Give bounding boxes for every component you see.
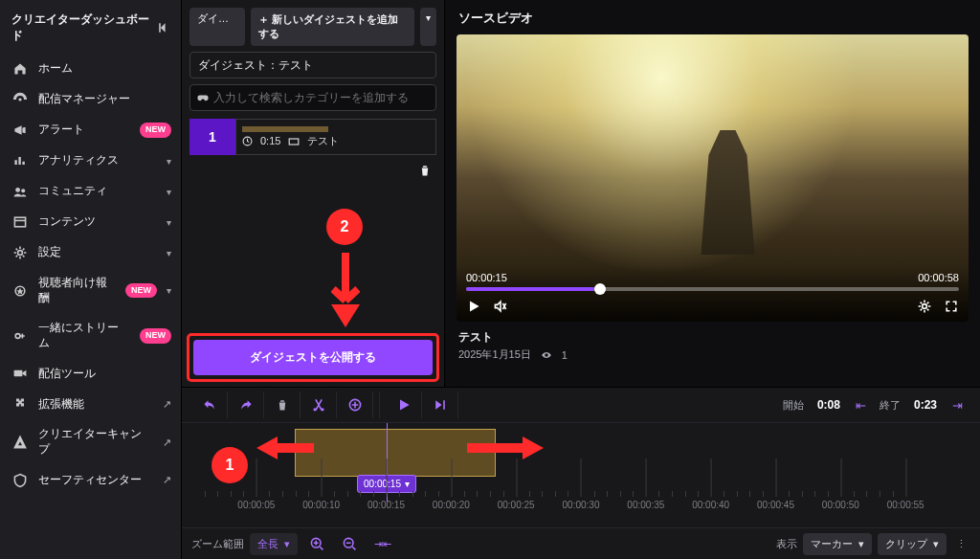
svg-rect-9 bbox=[290, 139, 300, 145]
external-icon: ↗ bbox=[163, 473, 171, 486]
start-value: 0:08 bbox=[810, 398, 848, 412]
sidebar-item-megaphone[interactable]: アラートNEW bbox=[0, 115, 181, 145]
sidebar-item-label: コンテンツ bbox=[38, 214, 157, 230]
sidebar-item-broadcast[interactable]: 配信マネージャー bbox=[0, 84, 181, 115]
seek-knob[interactable] bbox=[594, 283, 606, 295]
timeline-footer: ズーム範囲 全長 ▾ ⇥⇤ 表示 マーカー▾ クリップ▾ ⋮ bbox=[182, 527, 980, 559]
community-icon bbox=[11, 184, 29, 199]
sidebar-item-label: コミュニティ bbox=[38, 184, 157, 199]
delete-button[interactable] bbox=[264, 391, 301, 418]
home-icon bbox=[11, 61, 29, 77]
play-icon[interactable] bbox=[466, 299, 481, 314]
clip-thumb-bar bbox=[242, 126, 328, 132]
sidebar-item-reward[interactable]: 視聴者向け報酬NEW▾ bbox=[0, 268, 181, 313]
zoom-out-button[interactable] bbox=[336, 532, 363, 555]
sidebar-header: クリエイターダッシュボード bbox=[0, 4, 181, 54]
clip-body: 0:15 テスト bbox=[235, 119, 436, 155]
volume-icon[interactable] bbox=[493, 299, 508, 314]
digest-title-input[interactable] bbox=[189, 52, 436, 78]
clip-duration: 0:15 bbox=[260, 135, 280, 146]
svg-point-4 bbox=[18, 251, 23, 256]
svg-point-2 bbox=[21, 189, 25, 192]
snap-start-icon[interactable]: ⇤ bbox=[848, 398, 874, 413]
skip-forward-button[interactable] bbox=[422, 391, 458, 418]
collapse-sidebar-icon[interactable] bbox=[156, 20, 171, 35]
video-views: 1 bbox=[562, 349, 568, 361]
reward-icon bbox=[11, 283, 29, 299]
settings-icon[interactable] bbox=[917, 299, 932, 314]
sidebar-item-gear[interactable]: 設定▾ bbox=[0, 237, 181, 268]
play-timeline-button[interactable] bbox=[386, 391, 422, 418]
svg-point-0 bbox=[18, 98, 21, 101]
more-icon[interactable]: ⋮ bbox=[952, 538, 970, 550]
sidebar-item-label: ホーム bbox=[38, 61, 171, 77]
svg-point-1 bbox=[15, 188, 20, 192]
shield-icon bbox=[11, 473, 29, 488]
chevron-down-icon: ▾ bbox=[933, 538, 939, 550]
video-date: 2025年1月15日 bbox=[458, 347, 531, 362]
digest-panel: ダイジェ… ＋ 新しいダイジェストを追加する ▾ 1 bbox=[182, 0, 445, 387]
snap-end-icon[interactable]: ⇥ bbox=[945, 398, 970, 413]
sidebar-item-community[interactable]: コミュニティ▾ bbox=[0, 176, 181, 207]
annotation-arrow-left bbox=[256, 435, 314, 461]
zoom-range-dropdown[interactable]: 全長 ▾ bbox=[250, 533, 298, 555]
sidebar-item-together[interactable]: 一緒にストリームNEW bbox=[0, 313, 181, 358]
svg-point-10 bbox=[923, 304, 927, 309]
timeline-toolbar: 開始 0:08 ⇤ 終了 0:23 ⇥ bbox=[182, 388, 980, 423]
add-digest-caret[interactable]: ▾ bbox=[420, 8, 436, 46]
sidebar-item-content[interactable]: コンテンツ▾ bbox=[0, 207, 181, 237]
sidebar-item-camera[interactable]: 配信ツール bbox=[0, 358, 181, 389]
analytics-icon bbox=[11, 153, 29, 168]
clip-meta: 0:15 テスト bbox=[242, 134, 430, 148]
seek-track[interactable] bbox=[466, 287, 959, 291]
sidebar-item-label: 設定 bbox=[38, 245, 157, 260]
chevron-down-icon: ▾ bbox=[167, 216, 171, 229]
category-search-box bbox=[189, 84, 436, 111]
end-value: 0:23 bbox=[906, 398, 945, 412]
clip-row[interactable]: 1 0:15 テスト bbox=[189, 119, 436, 155]
external-icon: ↗ bbox=[163, 436, 171, 449]
fit-button[interactable]: ⇥⇤ bbox=[368, 534, 397, 554]
digest-tabs: ダイジェ… ＋ 新しいダイジェストを追加する ▾ bbox=[189, 8, 436, 46]
new-badge: NEW bbox=[125, 283, 157, 299]
eye-icon bbox=[541, 348, 552, 361]
sidebar-item-shield[interactable]: セーフティセンター↗ bbox=[0, 465, 181, 496]
add-digest-button[interactable]: ＋ 新しいダイジェストを追加する bbox=[251, 8, 414, 46]
zoom-value: 全長 bbox=[257, 537, 278, 551]
video-player[interactable]: 00:00:15 00:00:58 bbox=[457, 34, 969, 322]
sidebar-item-home[interactable]: ホーム bbox=[0, 54, 181, 84]
tick: 00:00:50 bbox=[822, 500, 859, 510]
add-marker-button[interactable] bbox=[337, 391, 373, 418]
controller-icon bbox=[195, 90, 211, 105]
clip-name: テスト bbox=[307, 134, 339, 148]
sidebar-item-label: 配信ツール bbox=[38, 367, 171, 382]
sidebar-item-label: 一緒にストリーム bbox=[38, 321, 126, 350]
annotation-arrow-down bbox=[331, 253, 360, 327]
digest-tab[interactable]: ダイジェ… bbox=[189, 8, 245, 46]
chevron-down-icon: ▾ bbox=[167, 284, 171, 297]
sidebar-item-camp[interactable]: クリエイターキャンプ↗ bbox=[0, 419, 181, 464]
player-controls: 00:00:15 00:00:58 bbox=[457, 266, 969, 322]
sidebar-nav: ホーム配信マネージャーアラートNEWアナリティクス▾コミュニティ▾コンテンツ▾設… bbox=[0, 54, 181, 496]
sidebar-item-label: 視聴者向け報酬 bbox=[38, 276, 112, 305]
category-search-input[interactable] bbox=[189, 84, 436, 111]
undo-button[interactable] bbox=[191, 391, 228, 418]
player-times: 00:00:15 00:00:58 bbox=[466, 272, 959, 283]
annotation-step-1: 1 bbox=[212, 448, 247, 482]
marker-dropdown[interactable]: マーカー▾ bbox=[803, 533, 872, 555]
chevron-down-icon: ▾ bbox=[167, 155, 171, 168]
publish-button[interactable]: ダイジェストを公開する bbox=[193, 340, 433, 375]
zoom-in-button[interactable] bbox=[303, 532, 330, 555]
svg-rect-3 bbox=[14, 217, 25, 227]
tick: 00:00:25 bbox=[498, 500, 535, 510]
svg-point-6 bbox=[15, 333, 20, 338]
fullscreen-icon[interactable] bbox=[944, 299, 959, 314]
clock-icon bbox=[242, 135, 253, 147]
cut-button[interactable] bbox=[301, 391, 337, 418]
redo-button[interactable] bbox=[228, 391, 264, 418]
sidebar-item-analytics[interactable]: アナリティクス▾ bbox=[0, 145, 181, 176]
clip-dropdown[interactable]: クリップ▾ bbox=[878, 533, 947, 555]
delete-clip-icon[interactable] bbox=[417, 163, 433, 178]
sidebar-item-puzzle[interactable]: 拡張機能↗ bbox=[0, 389, 181, 419]
start-label: 開始 bbox=[777, 398, 810, 413]
